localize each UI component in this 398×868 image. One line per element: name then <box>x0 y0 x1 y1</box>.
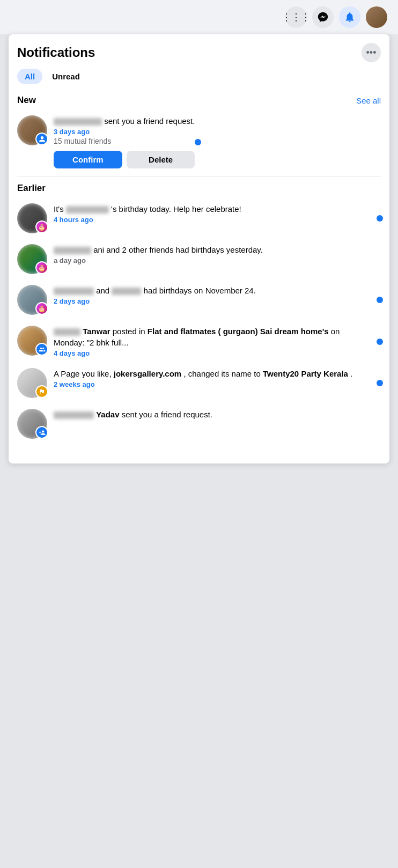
friend-request-unread-dot <box>195 139 201 145</box>
notifications-button[interactable] <box>339 6 360 28</box>
friend-request-suffix: sent you a friend request. <box>104 116 195 126</box>
friend-request-text: sent you a friend request. <box>54 115 195 127</box>
group-post-badge <box>35 343 48 356</box>
friend-request-content: sent you a friend request. 3 days ago 15… <box>54 115 208 168</box>
page-rename-prefix: A Page you like, <box>54 369 114 378</box>
page-rename-badge <box>35 385 48 398</box>
birthday-1-name-blur <box>66 206 109 214</box>
friend-request-name-blur <box>54 118 102 126</box>
confirm-button[interactable]: Confirm <box>54 151 122 168</box>
group-post-text: Tanwar posted in Flat and flatmates ( gu… <box>54 326 368 348</box>
page-rename-time: 2 weeks ago <box>54 380 368 388</box>
friend-request-2-notification[interactable]: Yadav sent you a friend request. <box>9 403 389 455</box>
friend-request-2-content: Yadav sent you a friend request. <box>54 409 381 420</box>
friend-request-2-name-blur <box>54 411 94 419</box>
birthday-3-avatar-wrap: 🎂 <box>17 285 47 315</box>
group-post-avatar-wrap <box>17 326 47 356</box>
more-options-button[interactable]: ••• <box>362 43 381 62</box>
tab-unread[interactable]: Unread <box>45 69 87 84</box>
birthday-2-suffix: ani and 2 other friends had birthdays ye… <box>93 245 263 254</box>
new-section-title: New <box>17 95 36 106</box>
birthday-2-time: a day ago <box>54 256 368 264</box>
birthday-1-suffix: 's birthday today. Help her celebrate! <box>111 204 241 214</box>
panel-title: Notifications <box>17 45 95 60</box>
profile-avatar-button[interactable] <box>366 6 387 28</box>
group-post-group-name: Flat and flatmates ( gurgaon) Sai dream … <box>148 327 329 336</box>
friend-request-time: 3 days ago <box>54 128 195 136</box>
notifications-panel: Notifications ••• All Unread New See all <box>9 34 389 464</box>
friend-request-actions: Confirm Delete <box>54 151 195 168</box>
page-rename-avatar-wrap <box>17 368 47 398</box>
tabs-row: All Unread <box>9 69 389 91</box>
birthday-3-name1-blur <box>54 288 94 295</box>
birthday-2-avatar-wrap: 🎂 <box>17 244 47 274</box>
group-post-verb: posted in <box>113 327 148 336</box>
group-post-unread-dot <box>377 339 383 345</box>
friend-request-avatar-wrap <box>17 115 47 145</box>
page-rename-period: . <box>350 369 352 378</box>
page-rename-unread-dot <box>377 380 383 386</box>
birthday-1-content: It's 's birthday today. Help her celebra… <box>54 203 381 224</box>
birthday-3-content: and had birthdays on November 24. 2 days… <box>54 285 381 305</box>
birthday-3-badge: 🎂 <box>35 302 48 315</box>
earlier-section-title: Earlier <box>17 183 46 194</box>
bell-icon <box>344 11 356 23</box>
birthday-3-suffix: had birthdays on November 24. <box>144 286 256 295</box>
page-rename-text: A Page you like, jokersgallery.com , cha… <box>54 368 368 379</box>
birthday-3-text: and had birthdays on November 24. <box>54 285 368 296</box>
friend-request-row: sent you a friend request. 3 days ago 15… <box>17 115 208 168</box>
messenger-button[interactable] <box>312 6 334 28</box>
group-post-content: Tanwar posted in Flat and flatmates ( gu… <box>54 326 381 357</box>
group-post-name1-blur <box>54 328 80 336</box>
friend-request-mutual: 15 mutual friends <box>54 137 195 145</box>
birthday-1-time: 4 hours ago <box>54 216 368 224</box>
birthday-2-content: ani and 2 other friends had birthdays ye… <box>54 244 381 264</box>
birthday-2-badge: 🎂 <box>35 261 48 274</box>
birthday-2-name-blur <box>54 247 91 254</box>
friend-request-notification[interactable]: sent you a friend request. 3 days ago 15… <box>9 110 389 174</box>
more-icon: ••• <box>366 47 377 58</box>
messenger-icon <box>317 11 329 23</box>
birthday-3-and: and <box>96 286 112 295</box>
grid-icon: ⋮⋮⋮ <box>282 11 311 23</box>
grid-button[interactable]: ⋮⋮⋮ <box>285 6 307 28</box>
birthday-3-notification[interactable]: 🎂 and had birthdays on November 24. 2 da… <box>9 279 389 320</box>
page-rename-notification[interactable]: A Page you like, jokersgallery.com , cha… <box>9 363 389 403</box>
birthday-1-avatar-wrap: 🎂 <box>17 203 47 233</box>
birthday-3-time: 2 days ago <box>54 297 368 305</box>
friend-request-2-suffix: sent you a friend request. <box>122 410 212 419</box>
friend-request-2-avatar-wrap <box>17 409 47 439</box>
top-bar: ⋮⋮⋮ <box>0 0 398 34</box>
panel-header: Notifications ••• <box>9 43 389 69</box>
birthday-1-notification[interactable]: 🎂 It's 's birthday today. Help her celeb… <box>9 198 389 239</box>
friend-request-2-text: Yadav sent you a friend request. <box>54 409 368 420</box>
birthday-1-badge: 🎂 <box>35 220 48 233</box>
birthday-3-unread-dot <box>377 297 383 303</box>
tab-all[interactable]: All <box>17 69 42 84</box>
page-rename-content: A Page you like, jokersgallery.com , cha… <box>54 368 381 388</box>
birthday-2-text: ani and 2 other friends had birthdays ye… <box>54 244 368 255</box>
birthday-3-name2-blur <box>112 288 141 295</box>
earlier-section-header: Earlier <box>9 179 389 198</box>
divider-1 <box>17 176 381 176</box>
new-section-header: New See all <box>9 91 389 110</box>
friend-request-2-surname: Yadav <box>96 410 122 419</box>
birthday-1-prefix: It's <box>54 204 66 214</box>
birthday-1-text: It's 's birthday today. Help her celebra… <box>54 203 368 215</box>
birthday-1-unread-dot <box>377 215 383 222</box>
profile-avatar <box>366 6 387 28</box>
page-rename-suffix: , changed its name to <box>183 369 263 378</box>
birthday-2-notification[interactable]: 🎂 ani and 2 other friends had birthdays … <box>9 239 389 279</box>
see-all-button[interactable]: See all <box>356 96 381 105</box>
friend-request-badge <box>35 133 48 145</box>
group-post-time: 4 days ago <box>54 349 368 357</box>
friend-request-2-badge <box>35 426 48 439</box>
page-rename-old-name: jokersgallery.com <box>114 369 181 378</box>
group-post-notification[interactable]: Tanwar posted in Flat and flatmates ( gu… <box>9 320 389 363</box>
group-post-name2: Tanwar <box>83 327 113 336</box>
page-rename-new-name: Twenty20 Party Kerala <box>263 369 348 378</box>
delete-button[interactable]: Delete <box>127 151 195 168</box>
